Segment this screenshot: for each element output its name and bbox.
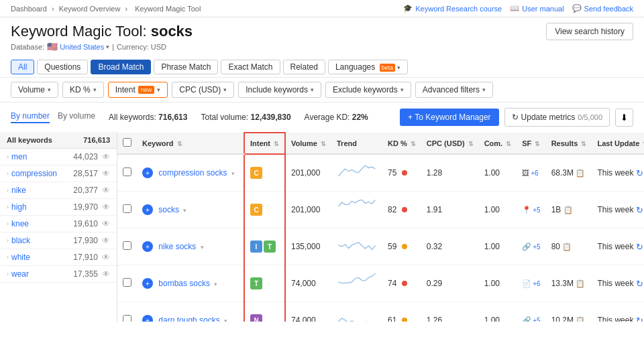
update-metrics-button[interactable]: ↻ Update metrics 0/5,000: [504, 108, 610, 127]
keyword-link[interactable]: nike socks: [158, 242, 196, 251]
sidebar-item[interactable]: › high 19,970 👁: [0, 199, 117, 216]
sidebar-word-link[interactable]: wear: [11, 269, 29, 279]
eye-icon[interactable]: 👁: [102, 186, 110, 195]
sidebar-item[interactable]: › knee 19,610 👁: [0, 216, 117, 232]
add-keyword-button[interactable]: +: [142, 278, 153, 289]
add-keyword-button[interactable]: +: [142, 315, 153, 322]
update-badge: This week ↻: [597, 242, 643, 252]
th-cpc[interactable]: CPC (USD) ⇅: [421, 133, 479, 154]
eye-icon[interactable]: 👁: [102, 219, 110, 228]
breadcrumb-keyword-overview[interactable]: Keyword Overview: [59, 5, 121, 13]
sidebar-item[interactable]: › men 44,023 👁: [0, 149, 117, 165]
sf-count: +5: [533, 206, 540, 214]
refresh-button[interactable]: ↻: [636, 205, 643, 215]
eye-icon[interactable]: 👁: [102, 202, 110, 212]
th-com[interactable]: Com. ⇅: [479, 133, 517, 154]
eye-icon[interactable]: 👁: [102, 152, 110, 161]
row-checkbox[interactable]: [123, 315, 131, 322]
toggle-by-volume[interactable]: By volume: [58, 111, 95, 123]
th-trend[interactable]: Trend: [331, 133, 382, 154]
sf-item: 🔗 +5: [522, 243, 540, 251]
exclude-keywords-button[interactable]: Exclude keywords ▾: [325, 82, 411, 98]
volume-filter-button[interactable]: Volume ▾: [11, 82, 58, 98]
sidebar-item[interactable]: › nike 20,377 👁: [0, 182, 117, 199]
advanced-filters-button[interactable]: Advanced filters ▾: [415, 82, 493, 98]
refresh-button[interactable]: ↻: [636, 168, 643, 178]
export-button[interactable]: ⬇: [615, 109, 633, 127]
intent-chevron-icon: ▾: [157, 86, 160, 93]
sidebar-word-link[interactable]: high: [11, 202, 27, 212]
row-checkbox[interactable]: [123, 167, 131, 176]
add-keyword-button[interactable]: +: [142, 167, 153, 178]
sidebar-word-link[interactable]: knee: [11, 219, 29, 228]
update-badge: This week ↻: [597, 205, 643, 215]
keyword-link[interactable]: darn tough socks: [158, 316, 219, 322]
filter-tabs: All Questions Broad Match Phrase Match E…: [0, 54, 644, 78]
tab-phrase-match[interactable]: Phrase Match: [154, 60, 218, 74]
sidebar-word-link[interactable]: black: [11, 236, 30, 245]
intent-filter-button[interactable]: Intent new ▾: [108, 82, 168, 98]
send-feedback-link[interactable]: 💬 Send feedback: [572, 4, 633, 13]
select-all-checkbox[interactable]: [123, 138, 131, 147]
results-number: 80: [551, 242, 560, 251]
refresh-button[interactable]: ↻: [636, 242, 643, 252]
keyword-research-course-link[interactable]: 🎓 Keyword Research course: [403, 4, 502, 13]
eye-icon[interactable]: 👁: [102, 169, 110, 178]
view-search-history-button[interactable]: View search history: [546, 23, 633, 40]
to-keyword-manager-button[interactable]: + To Keyword Manager: [400, 109, 499, 126]
keyword-link[interactable]: bombas socks: [158, 279, 210, 288]
tab-related[interactable]: Related: [283, 60, 325, 74]
user-manual-link[interactable]: 📖 User manual: [510, 4, 564, 13]
keyword-link[interactable]: compression socks: [158, 168, 227, 178]
cpc-filter-button[interactable]: CPC (USD) ▾: [172, 82, 234, 98]
volume-cell: 201,000: [285, 192, 331, 228]
eye-icon[interactable]: 👁: [102, 253, 110, 262]
refresh-button[interactable]: ↻: [636, 316, 643, 322]
th-keyword[interactable]: Keyword ⇅: [137, 133, 244, 154]
sidebar-item[interactable]: › wear 17,355 👁: [0, 266, 117, 283]
th-sf[interactable]: SF ⇅: [517, 133, 545, 154]
keyword-link[interactable]: socks: [158, 205, 179, 214]
row-checkbox[interactable]: [123, 241, 131, 250]
sidebar-word-link[interactable]: white: [11, 253, 30, 262]
row-checkbox[interactable]: [123, 278, 131, 287]
row-checkbox[interactable]: [123, 204, 131, 213]
keyword-dropdown-icon[interactable]: ▾: [224, 318, 227, 322]
sidebar-word-link[interactable]: men: [11, 152, 27, 161]
tab-broad-match[interactable]: Broad Match: [91, 60, 151, 74]
breadcrumb-dashboard[interactable]: Dashboard: [11, 5, 47, 13]
add-keyword-button[interactable]: +: [142, 204, 153, 215]
tab-all[interactable]: All: [11, 60, 34, 74]
results-cell: 80 📋: [546, 228, 592, 265]
results-icon: 📋: [576, 279, 585, 287]
sidebar-item[interactable]: › white 17,910 👁: [0, 249, 117, 266]
kd-filter-button[interactable]: KD % ▾: [62, 82, 104, 98]
include-keywords-button[interactable]: Include keywords ▾: [238, 82, 321, 98]
total-keywords-stat: All keywords: 716,613: [109, 113, 187, 122]
refresh-button[interactable]: ↻: [636, 279, 643, 289]
th-intent[interactable]: Intent ⇅: [244, 133, 285, 154]
sidebar-word-link[interactable]: compression: [11, 169, 57, 178]
sidebar-item[interactable]: › black 17,930 👁: [0, 232, 117, 249]
th-kd[interactable]: KD % ⇅: [382, 133, 421, 154]
keyword-dropdown-icon[interactable]: ▾: [214, 281, 217, 287]
th-volume[interactable]: Volume ⇅: [285, 133, 331, 154]
eye-icon[interactable]: 👁: [102, 236, 110, 245]
tab-languages[interactable]: Languages beta ▾: [328, 60, 409, 74]
th-results[interactable]: Results ⇅: [546, 133, 592, 154]
keyword-dropdown-icon[interactable]: ▾: [183, 207, 186, 214]
lastupdate-cell: This week ↻: [592, 154, 644, 192]
trend-chart: [337, 233, 377, 260]
sidebar-word-link[interactable]: nike: [11, 186, 26, 195]
database-selector[interactable]: 🇺🇸 United States ▾: [47, 42, 109, 52]
toggle-by-number[interactable]: By number: [11, 111, 50, 123]
th-lastupdate[interactable]: Last Update ⇅: [592, 133, 644, 154]
keyword-dropdown-icon[interactable]: ▾: [231, 170, 235, 177]
update-badge: This week ↻: [597, 168, 643, 178]
tab-exact-match[interactable]: Exact Match: [221, 60, 280, 74]
eye-icon[interactable]: 👁: [102, 269, 110, 279]
add-keyword-button[interactable]: +: [142, 241, 153, 252]
sidebar-item[interactable]: › compression 28,517 👁: [0, 165, 117, 182]
tab-questions[interactable]: Questions: [37, 60, 88, 74]
keyword-dropdown-icon[interactable]: ▾: [201, 244, 204, 251]
